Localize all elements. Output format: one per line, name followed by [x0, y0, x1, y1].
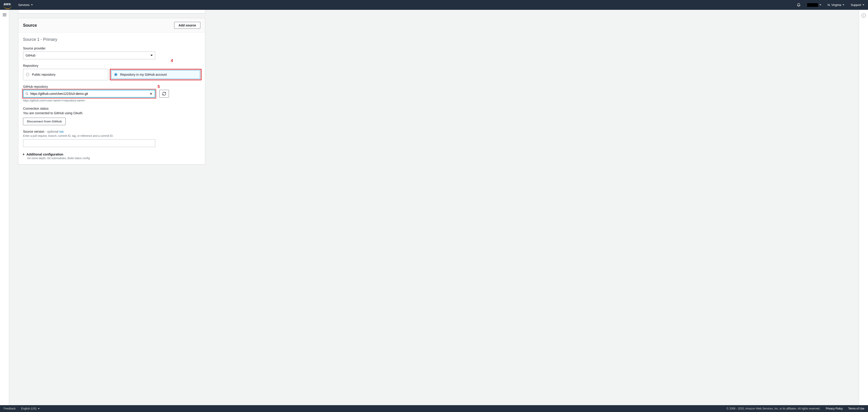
region-label: N. Virginia — [828, 3, 841, 7]
radio-icon — [26, 73, 29, 76]
refresh-button[interactable] — [159, 90, 169, 97]
source-version-info-link[interactable]: Info — [59, 130, 64, 134]
source-provider-value: GitHub — [26, 54, 36, 57]
account-name-redacted — [807, 3, 818, 7]
language-selector[interactable]: English (US) — [21, 407, 40, 410]
repo-option-public[interactable]: Public repository — [23, 69, 108, 80]
additional-config-subtitle: Git clone depth, Git submodules, Build s… — [27, 157, 200, 160]
github-repo-input-wrap: ✕ — [23, 90, 155, 97]
source-panel: Source Add source Source 1 - Primary Sou… — [18, 18, 205, 165]
right-rail: i — [859, 10, 868, 405]
annotation-4: 4 — [171, 58, 173, 63]
caret-right-icon — [23, 153, 25, 155]
copyright: © 2008 - 2020, Amazon Web Services, Inc.… — [726, 407, 820, 410]
add-source-button[interactable]: Add source — [174, 22, 200, 29]
github-repo-label: GitHub repository — [23, 85, 200, 88]
services-label: Services — [18, 3, 30, 7]
feedback-link[interactable]: Feedback — [4, 407, 16, 410]
caret-down-icon — [842, 4, 844, 5]
clear-input-icon[interactable]: ✕ — [149, 92, 153, 96]
radio-icon — [114, 73, 117, 76]
svg-line-1 — [27, 94, 28, 95]
repo-option-public-label: Public repository — [32, 73, 56, 77]
search-icon — [25, 92, 29, 95]
top-nav: aws Services N. Virginia Support — [0, 0, 868, 10]
annotation-5: 5 — [157, 84, 160, 89]
additional-config-title: Additional configuration — [26, 152, 63, 156]
caret-down-icon — [819, 4, 821, 5]
panel-title: Source — [23, 23, 37, 28]
refresh-icon — [162, 92, 166, 96]
caret-down-icon — [38, 408, 40, 409]
repo-option-account[interactable]: Repository in my GitHub account — [111, 70, 200, 79]
source-version-label: Source version — [23, 130, 44, 134]
connection-status-message: You are connected to GitHub using OAuth. — [23, 111, 200, 115]
source-version-input[interactable] — [23, 139, 155, 147]
footer: Feedback English (US) © 2008 - 2020, Ama… — [0, 405, 868, 412]
services-menu[interactable]: Services — [18, 3, 33, 7]
additional-config-toggle[interactable]: Additional configuration — [23, 152, 200, 156]
previous-panel-peek — [18, 10, 205, 13]
language-label: English (US) — [21, 407, 36, 410]
hamburger-icon[interactable] — [3, 13, 6, 16]
repo-option-account-label: Repository in my GitHub account — [120, 73, 167, 77]
caret-down-icon — [31, 4, 33, 5]
disconnect-button[interactable]: Disconnect from GitHub — [23, 118, 66, 125]
region-menu[interactable]: N. Virginia — [828, 3, 844, 7]
privacy-link[interactable]: Privacy Policy — [826, 407, 843, 410]
support-label: Support — [851, 3, 861, 7]
left-rail — [0, 10, 9, 405]
caret-down-icon — [863, 4, 864, 5]
source-provider-select[interactable]: GitHub — [23, 52, 155, 59]
notifications-icon[interactable] — [797, 3, 801, 7]
account-menu[interactable] — [807, 3, 821, 7]
svg-point-0 — [26, 93, 28, 94]
caret-down-icon — [150, 55, 153, 56]
aws-logo[interactable]: aws — [4, 2, 12, 8]
terms-link[interactable]: Terms of Use — [848, 407, 864, 410]
source-provider-label: Source provider — [23, 47, 200, 50]
repository-label: Repository — [23, 64, 200, 67]
info-icon[interactable]: i — [862, 13, 866, 18]
connection-status-label: Connection status — [23, 107, 200, 110]
main-scroll-area[interactable]: Source Add source Source 1 - Primary Sou… — [9, 10, 859, 405]
github-repo-input[interactable] — [30, 90, 147, 97]
source-version-hint: Enter a pull request, branch, commit ID,… — [23, 134, 200, 138]
source-version-optional: - optional — [44, 130, 58, 134]
source-version-labelrow: Source version - optional Info — [23, 130, 200, 134]
support-menu[interactable]: Support — [851, 3, 864, 7]
github-repo-hint: https://github.com/<user-name>/<reposito… — [23, 99, 155, 102]
source-section-title: Source 1 - Primary — [23, 37, 200, 42]
